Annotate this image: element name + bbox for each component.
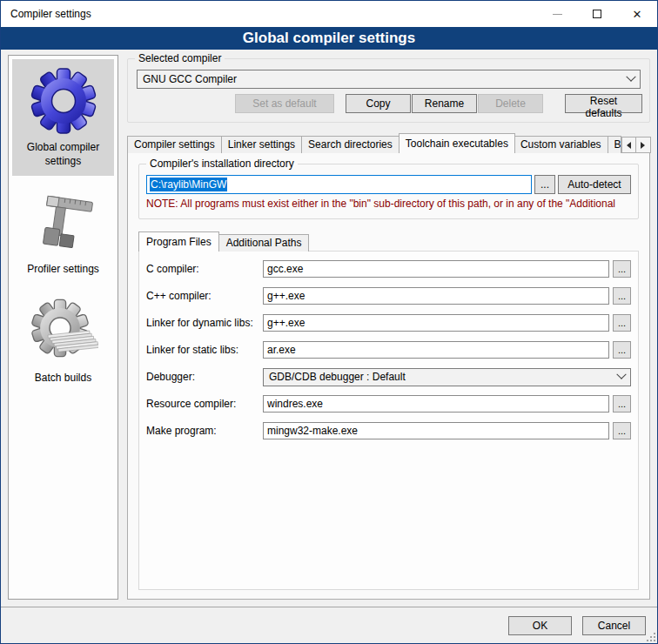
- tab-scroll-arrows: [621, 137, 651, 153]
- resize-grip[interactable]: [646, 632, 656, 642]
- settings-category-sidebar: Global compiler settings: [8, 55, 118, 600]
- dynamic-linker-input[interactable]: [263, 314, 609, 332]
- selected-compiler-legend: Selected compiler: [135, 52, 225, 64]
- ok-button[interactable]: OK: [508, 616, 572, 635]
- make-program-input[interactable]: [263, 422, 609, 439]
- program-files-page: C compiler: ... C++ compiler: ... Linker…: [138, 251, 639, 590]
- gray-gear-stack-icon: [29, 297, 98, 366]
- resource-compiler-browse-button[interactable]: ...: [613, 395, 631, 413]
- cpp-compiler-browse-button[interactable]: ...: [613, 287, 631, 305]
- dialog-footer: OK Cancel: [1, 607, 657, 643]
- program-files-tab-strip: Program Files Additional Paths: [138, 231, 639, 252]
- delete-button[interactable]: Delete: [478, 94, 543, 113]
- static-linker-input[interactable]: [263, 341, 609, 359]
- resource-compiler-input[interactable]: [263, 395, 609, 413]
- tab-scroll-right-button[interactable]: [636, 137, 651, 153]
- browse-directory-button[interactable]: ...: [534, 175, 555, 194]
- maximize-icon: [593, 10, 601, 18]
- sidebar-item-batch-builds[interactable]: Batch builds: [12, 290, 114, 393]
- settings-content: Selected compiler GNU GCC Compiler Set a…: [127, 55, 650, 600]
- tab-program-files[interactable]: Program Files: [138, 231, 219, 252]
- close-button[interactable]: ✕: [617, 1, 657, 27]
- set-as-default-button[interactable]: Set as default: [235, 94, 334, 113]
- toolchain-executables-page: Compiler's installation directory C:\ray…: [127, 152, 650, 600]
- compiler-select[interactable]: GNU GCC Compiler: [137, 70, 641, 89]
- cpp-compiler-label: C++ compiler:: [146, 290, 263, 302]
- c-compiler-label: C compiler:: [146, 263, 263, 275]
- resource-compiler-row: Resource compiler: ...: [146, 394, 631, 413]
- cpp-compiler-row: C++ compiler: ...: [146, 286, 631, 305]
- rename-button[interactable]: Rename: [412, 94, 477, 113]
- installation-directory-input[interactable]: C:\raylib\MinGW: [146, 175, 532, 194]
- caliper-icon: [29, 188, 98, 258]
- debugger-label: Debugger:: [146, 371, 263, 383]
- chevron-down-icon: [616, 370, 626, 379]
- installation-directory-note: NOTE: All programs must exist either in …: [146, 198, 631, 210]
- debugger-select-value: GDB/CDB debugger : Default: [269, 371, 618, 383]
- copy-button[interactable]: Copy: [346, 94, 411, 113]
- c-compiler-browse-button[interactable]: ...: [613, 260, 631, 278]
- debugger-row: Debugger: GDB/CDB debugger : Default: [146, 367, 631, 386]
- installation-directory-value: C:\raylib\MinGW: [150, 178, 227, 191]
- tab-scroll-left-button[interactable]: [621, 137, 636, 153]
- cpp-compiler-input[interactable]: [263, 287, 609, 305]
- arrow-left-icon: [627, 142, 631, 149]
- window-title: Compiler settings: [1, 8, 91, 20]
- installation-directory-row: C:\raylib\MinGW ... Auto-detect: [146, 175, 631, 194]
- cancel-button[interactable]: Cancel: [582, 616, 646, 635]
- c-compiler-row: C compiler: ...: [146, 259, 631, 278]
- dynamic-linker-browse-button[interactable]: ...: [613, 314, 631, 332]
- compiler-actions: Set as default Copy Rename Delete Reset …: [128, 94, 649, 113]
- compiler-select-value: GNU GCC Compiler: [143, 73, 628, 85]
- sidebar-item-label: Profiler settings: [27, 263, 99, 277]
- sidebar-item-label: Global compiler settings: [14, 141, 112, 168]
- installation-directory-legend: Compiler's installation directory: [146, 158, 298, 170]
- sidebar-item-global-compiler-settings[interactable]: Global compiler settings: [12, 59, 114, 176]
- close-icon: ✕: [633, 9, 642, 20]
- dialog-body: Global compiler settings: [1, 50, 657, 607]
- tab-additional-paths[interactable]: Additional Paths: [218, 234, 310, 252]
- minimize-button[interactable]: [537, 1, 577, 27]
- static-linker-row: Linker for static libs: ...: [146, 340, 631, 359]
- make-program-row: Make program: ...: [146, 421, 631, 440]
- arrow-right-icon: [641, 142, 645, 149]
- sidebar-item-label: Batch builds: [35, 372, 91, 386]
- tab-toolchain-executables[interactable]: Toolchain executables: [399, 133, 515, 153]
- resource-compiler-label: Resource compiler:: [146, 398, 263, 410]
- installation-directory-group: Compiler's installation directory C:\ray…: [138, 164, 639, 219]
- static-linker-label: Linker for static libs:: [146, 344, 263, 356]
- tab-custom-variables[interactable]: Custom variables: [514, 136, 608, 153]
- blue-gear-icon: [29, 66, 98, 136]
- tab-build-options[interactable]: Build options: [608, 136, 621, 153]
- auto-detect-button[interactable]: Auto-detect: [558, 175, 631, 194]
- c-compiler-input[interactable]: [263, 260, 609, 278]
- dynamic-linker-label: Linker for dynamic libs:: [146, 317, 263, 329]
- make-program-browse-button[interactable]: ...: [613, 422, 631, 439]
- debugger-select[interactable]: GDB/CDB debugger : Default: [263, 368, 631, 386]
- compiler-settings-dialog: Compiler settings ✕ Global compiler sett…: [0, 0, 658, 644]
- tab-search-directories[interactable]: Search directories: [302, 136, 400, 153]
- window-controls: ✕: [537, 1, 657, 27]
- title-bar[interactable]: Compiler settings ✕: [1, 1, 657, 27]
- minimize-icon: [553, 14, 562, 15]
- settings-tab-strip: Compiler settings Linker settings Search…: [127, 133, 650, 153]
- selected-compiler-group: Selected compiler GNU GCC Compiler Set a…: [127, 58, 650, 123]
- dynamic-linker-row: Linker for dynamic libs: ...: [146, 313, 631, 332]
- page-title: Global compiler settings: [1, 27, 657, 50]
- maximize-button[interactable]: [577, 1, 617, 27]
- sidebar-item-profiler-settings[interactable]: Profiler settings: [12, 181, 114, 285]
- tab-linker-settings[interactable]: Linker settings: [222, 136, 302, 153]
- chevron-down-icon: [626, 72, 635, 82]
- make-program-label: Make program:: [146, 425, 263, 437]
- static-linker-browse-button[interactable]: ...: [613, 341, 631, 359]
- tab-compiler-settings[interactable]: Compiler settings: [127, 136, 222, 153]
- reset-defaults-button[interactable]: Reset defaults: [565, 94, 642, 113]
